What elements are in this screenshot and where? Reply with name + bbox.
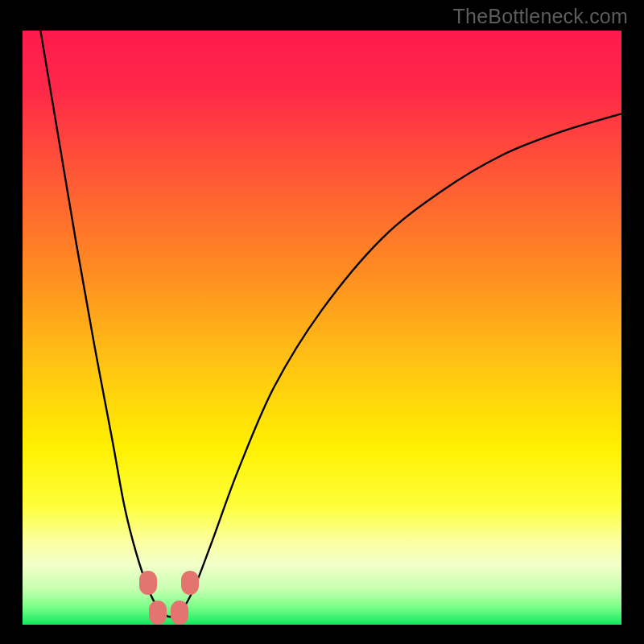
curve-marker xyxy=(139,571,157,595)
plot-area xyxy=(23,31,621,625)
curve-marker xyxy=(181,571,199,595)
watermark-text: TheBottleneck.com xyxy=(453,5,628,28)
chart-frame xyxy=(23,31,621,625)
curve-marker xyxy=(171,601,188,625)
curve-marker xyxy=(149,601,167,625)
background-gradient xyxy=(23,31,621,625)
svg-rect-0 xyxy=(23,31,621,625)
